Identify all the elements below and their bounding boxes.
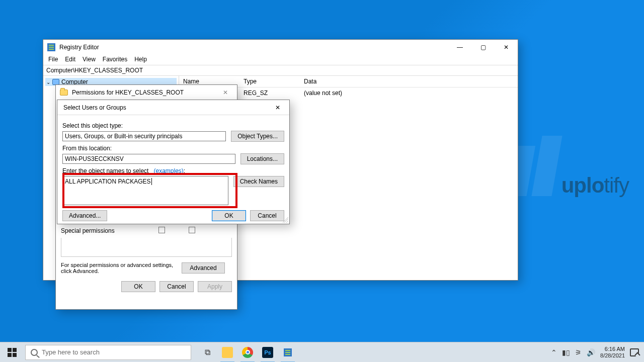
advanced-button[interactable]: Advanced	[182, 262, 225, 274]
regedit-titlebar[interactable]: Registry Editor — ▢ ✕	[43, 40, 518, 55]
close-button[interactable]: ✕	[495, 40, 518, 55]
select-users-buttons: Advanced... OK Cancel	[62, 210, 284, 221]
regedit-title: Registry Editor	[59, 44, 99, 51]
location-field: WIN-PUS3ECCKNSV	[62, 154, 235, 164]
search-placeholder: Type here to search	[42, 348, 100, 356]
volume-icon[interactable]: 🔊	[587, 348, 595, 356]
wifi-icon[interactable]: ⚞	[575, 348, 582, 356]
taskbar-search[interactable]: Type here to search	[25, 345, 191, 360]
object-type-label: Select this object type:	[62, 122, 284, 129]
checkbox-allow-special[interactable]	[158, 227, 165, 233]
location-label: From this location:	[62, 145, 284, 152]
close-button[interactable]: ✕	[214, 85, 237, 100]
file-explorer-icon	[222, 347, 233, 358]
watermark-text-a: uplo	[561, 173, 604, 197]
menu-favorites[interactable]: Favorites	[103, 56, 127, 63]
col-data[interactable]: Data	[300, 76, 518, 87]
tray-date: 8/28/2021	[600, 352, 625, 358]
menu-file[interactable]: File	[48, 56, 58, 63]
select-users-titlebar[interactable]: Select Users or Groups ✕	[57, 100, 289, 115]
regedit-addressbar[interactable]: Computer\HKEY_CLASSES_ROOT	[43, 65, 518, 76]
tray-time: 6:16 AM	[605, 346, 625, 352]
perm-buttons: OK Cancel Apply	[61, 281, 232, 292]
regedit-icon	[284, 348, 292, 356]
menu-view[interactable]: View	[83, 56, 96, 63]
system-tray: ⌃ ▮▯ ⚞ 🔊 6:16 AM 8/28/2021	[551, 346, 644, 358]
tray-clock[interactable]: 6:16 AM 8/28/2021	[600, 346, 625, 358]
folder-icon	[60, 89, 68, 96]
ok-button[interactable]: OK	[212, 210, 246, 221]
battery-icon[interactable]: ▮▯	[562, 348, 570, 356]
advanced-button[interactable]: Advanced...	[62, 210, 107, 221]
desktop: uplotify Registry Editor — ▢ ✕ File Edit…	[0, 0, 644, 362]
menu-help[interactable]: Help	[134, 56, 147, 63]
search-icon	[31, 349, 38, 356]
taskbar-app-photoshop[interactable]: Ps	[258, 342, 278, 363]
permissions-title: Permissions for HKEY_CLASSES_ROOT	[72, 89, 184, 96]
apply-button[interactable]: Apply	[198, 281, 232, 292]
taskbar: Type here to search ⧉ Ps ⌃ ▮▯ ⚞ 🔊 6:16 A…	[0, 342, 644, 362]
col-type[interactable]: Type	[239, 76, 300, 87]
enter-names-text: Enter the object names to select	[62, 167, 148, 174]
perm-groupbox-bottom	[61, 238, 232, 257]
select-users-body: Select this object type: Users, Groups, …	[57, 115, 289, 226]
checkbox-deny-special[interactable]	[189, 227, 195, 233]
permissions-titlebar[interactable]: Permissions for HKEY_CLASSES_ROOT ✕	[56, 85, 237, 100]
taskbar-app-chrome[interactable]	[237, 342, 258, 363]
watermark: uplotify	[561, 173, 629, 198]
regedit-menubar: File Edit View Favorites Help	[43, 55, 518, 65]
cancel-button[interactable]: Cancel	[250, 210, 284, 221]
regedit-icon	[47, 43, 55, 51]
check-names-button[interactable]: Check Names	[233, 176, 284, 187]
close-button[interactable]: ✕	[266, 100, 289, 115]
locations-button[interactable]: Locations...	[240, 153, 284, 164]
perm-advanced-row: For special permissions or advanced sett…	[61, 262, 232, 274]
minimize-button[interactable]: —	[448, 40, 471, 55]
perm-label-special: Special permissions	[61, 227, 146, 234]
cancel-button[interactable]: Cancel	[159, 281, 194, 292]
taskbar-app-regedit[interactable]	[278, 342, 298, 363]
object-type-field: Users, Groups, or Built-in security prin…	[62, 131, 226, 141]
ok-button[interactable]: OK	[121, 281, 155, 292]
object-names-input[interactable]: ALL APPLICATION PACKAGES​	[62, 176, 228, 205]
examples-link[interactable]: (examples)	[153, 167, 183, 174]
perm-advanced-text: For special permissions or advanced sett…	[61, 262, 177, 274]
chevron-down-icon[interactable]: ⌄	[46, 79, 50, 85]
object-names-value: ALL APPLICATION PACKAGES	[65, 178, 151, 185]
start-button[interactable]	[0, 342, 24, 363]
taskbar-app-explorer[interactable]	[217, 342, 237, 363]
chrome-icon	[242, 347, 253, 358]
resize-grip[interactable]	[282, 217, 288, 223]
select-users-dialog: Select Users or Groups ✕ Select this obj…	[57, 100, 290, 224]
object-types-button[interactable]: Object Types...	[231, 131, 284, 142]
photoshop-icon: Ps	[262, 347, 273, 358]
enter-names-label: Enter the object names to select (exampl…	[62, 167, 284, 174]
action-center-icon[interactable]	[630, 348, 639, 356]
tray-chevron-up-icon[interactable]: ⌃	[551, 348, 557, 356]
watermark-text-b: tify	[604, 173, 629, 197]
perm-row-special: Special permissions	[61, 227, 232, 235]
cell-type: REG_SZ	[239, 87, 300, 99]
menu-edit[interactable]: Edit	[65, 56, 75, 63]
maximize-button[interactable]: ▢	[471, 40, 495, 55]
task-view-button[interactable]: ⧉	[197, 342, 217, 363]
select-users-title: Select Users or Groups	[63, 104, 126, 111]
windows-logo-icon	[8, 348, 17, 357]
cell-data: (value not set)	[300, 87, 518, 99]
